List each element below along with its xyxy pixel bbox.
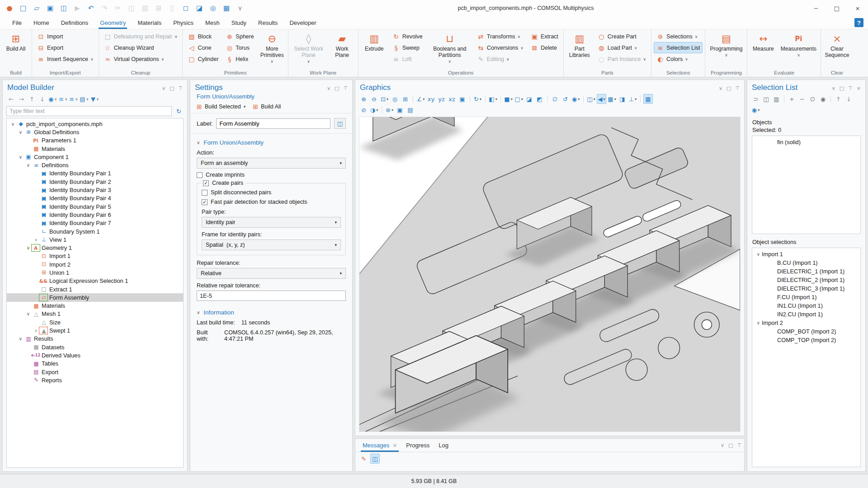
close-tab-icon[interactable]: × [392,443,397,448]
mb-move-down-button[interactable]: ↓∨ [38,94,47,104]
zoom-selected-button[interactable]: ◎▾ [390,94,400,104]
clear-sequence-button[interactable]: × Clear Sequence [822,31,851,70]
tree-item-derived-values[interactable]: e-12 Derived Values [7,351,183,359]
view-hidden-button[interactable]: ◉▾ [571,94,580,104]
load-part-button[interactable]: ◍Load Part∨ [595,42,649,53]
model-tree[interactable]: ◆ pcb_import_components.mph ⊕ Global Def… [6,118,184,468]
wireframe-button[interactable]: ◫▾ [586,94,596,104]
tree-item-extract-1[interactable]: □ Extract 1 [7,285,183,293]
menu-results[interactable]: Results [252,16,283,29]
menu-physics[interactable]: Physics [167,16,199,29]
new-file-button[interactable]: □ [17,2,29,14]
pin-panel-icon[interactable]: ⊤ [178,86,183,91]
message-options-button[interactable]: ◫▾ [370,454,380,464]
repair-tolerance-select[interactable]: Relative▾ [197,268,346,279]
revolve-button[interactable]: ↻Revolve [390,31,425,42]
selection-item-dielectric-2[interactable]: DIELECTRIC_2 (Import 1) [752,276,860,284]
tree-item-identity-boundary-pair-7[interactable]: ◗◖ Identity Boundary Pair 7 [7,219,183,227]
mb-expand-all-button[interactable]: ≡∨ [58,94,68,104]
pin-panel-icon[interactable]: ⊤ [735,86,740,91]
tree-item-identity-boundary-pair-5[interactable]: ◗◖ Identity Boundary Pair 5 [7,202,183,211]
paste-selection-button[interactable]: ▥▾ [772,94,781,104]
menu-mesh[interactable]: Mesh [199,16,226,29]
create-imprints-checkbox[interactable]: Create imprints [197,172,346,178]
tree-filter-input[interactable] [6,106,172,116]
tree-item-datasets[interactable]: ▦ Datasets [7,343,183,351]
tree-item-materials[interactable]: ▦ Materials [7,302,183,310]
tree-item-import-2[interactable]: ⊡ Import 2 [7,260,183,268]
maximize-button[interactable]: □ [826,0,847,16]
extrude-button[interactable]: ▥ Extrude [360,31,389,70]
cone-button[interactable]: ◁Cone [185,42,221,53]
app-icon[interactable]: ● [4,2,15,14]
cleanup-wizard-button[interactable]: ☆Cleanup Wizard [101,42,180,53]
tree-item-export[interactable]: ▤ Export [7,368,183,376]
view-xz-button[interactable]: xz▾ [447,94,457,104]
pin-panel-icon[interactable]: ⊤ [848,86,853,91]
remove-color-button[interactable]: ⊘▾ [359,105,368,115]
selection-item-dielectric-1[interactable]: DIELECTRIC_1 (Import 1) [752,267,860,276]
float-panel-icon[interactable]: □ [170,86,174,91]
label-input[interactable] [216,118,330,129]
float-panel-icon[interactable]: □ [726,86,731,91]
collapse-panel-icon[interactable]: ∨ [721,443,724,448]
pcb-3d-view[interactable] [359,117,740,432]
selection-item-in2cu[interactable]: IN2.CU (Import 1) [752,310,860,319]
programming-button[interactable]: ▤ Programming∨ [707,31,745,70]
more-primitives-button[interactable]: ⊖ More Primitives∨ [258,31,287,70]
close-button[interactable]: × [847,0,868,16]
comment-button[interactable]: ◫ [334,118,346,129]
object-item-fin[interactable]: fin (solid) [752,138,860,146]
mb-show-button[interactable]: ◉∨ [48,94,57,104]
undo-button[interactable]: ↶ [85,2,97,14]
build-selected-button[interactable]: ⊞ Build Selected▾ [197,103,245,110]
clear-messages-button[interactable]: ✎▾ [359,454,368,464]
copy-button[interactable]: ◫ [126,2,137,14]
orientation-button[interactable]: ∠▾ [416,94,425,104]
tree-item-global-materials[interactable]: ▦ Materials [7,145,183,153]
qat-overflow-button[interactable]: ∨ [234,2,246,14]
menu-study[interactable]: Study [226,16,252,29]
sort-ascending-button[interactable]: ↑▾ [834,94,843,104]
tree-item-global-definitions[interactable]: ⊕ Global Definitions [7,128,183,136]
float-panel-icon[interactable]: □ [335,86,339,91]
select-box-button[interactable]: ◻ [180,2,192,14]
extract-button[interactable]: ▣Extract [528,31,561,42]
mb-node-columns-button[interactable]: ▤∨ [79,94,89,104]
mb-collapse-all-button[interactable]: ≡∨ [69,94,78,104]
tree-item-view-1[interactable]: ⊥ View 1 [7,235,183,244]
tree-item-swept-1[interactable]: ▲ Swept 1 [7,326,183,334]
conversions-button[interactable]: ⇆Conversions∨ [474,42,526,53]
selection-item-in1cu[interactable]: IN1.CU (Import 1) [752,301,860,310]
paste-button[interactable]: ▥ [139,2,151,14]
close-panel-icon[interactable]: × [857,86,861,91]
hide-selected-button[interactable]: ∅▾ [550,94,560,104]
tab-messages[interactable]: Messages × [358,439,401,452]
selection-list-button[interactable]: ≡Selection List [654,42,703,53]
find-button[interactable]: ◎ [207,2,219,14]
sphere-button[interactable]: ⊕Sphere [223,31,256,42]
tree-item-results[interactable]: ▥ Results [7,335,183,343]
selection-item-bcu[interactable]: B.CU (Import 1) [752,258,860,267]
menu-materials[interactable]: Materials [132,16,167,29]
print-button[interactable]: ▤▾ [406,105,415,115]
rotate-button[interactable]: ↻▾ [473,94,482,104]
tree-item-identity-boundary-pair-1[interactable]: ◗◖ Identity Boundary Pair 1 [7,169,183,178]
relative-repair-tolerance-input[interactable]: 1E-5 [197,291,346,301]
tree-item-identity-boundary-pair-2[interactable]: ◗◖ Identity Boundary Pair 2 [7,178,183,186]
collapse-panel-icon[interactable]: ∨ [832,86,835,91]
work-plane-button[interactable]: ▰ Work Plane [328,31,357,70]
tree-item-parameters[interactable]: Pi Parameters 1 [7,136,183,145]
tree-item-definitions[interactable]: ≡ Definitions [7,161,183,169]
fast-pair-detection-checkbox[interactable]: Fast pair detection for stacked objects [202,199,339,205]
scene-light-button[interactable]: ◀▾ [597,94,606,104]
environment-button[interactable]: ◨▾ [618,94,627,104]
mb-move-up-button[interactable]: ↑∨ [27,94,37,104]
zoom-extents-button[interactable]: ⊞▾ [401,94,410,104]
tree-item-tables[interactable]: ▦ Tables [7,360,183,368]
show-grid-button[interactable]: ▦▾ [643,94,653,104]
booleans-partitions-button[interactable]: ⊔ Booleans and Partitions∨ [426,31,473,70]
import-button[interactable]: ⊡Import [34,31,96,42]
zoom-box-button[interactable]: ⊡▾ [380,94,389,104]
menu-geometry[interactable]: Geometry [94,16,132,29]
